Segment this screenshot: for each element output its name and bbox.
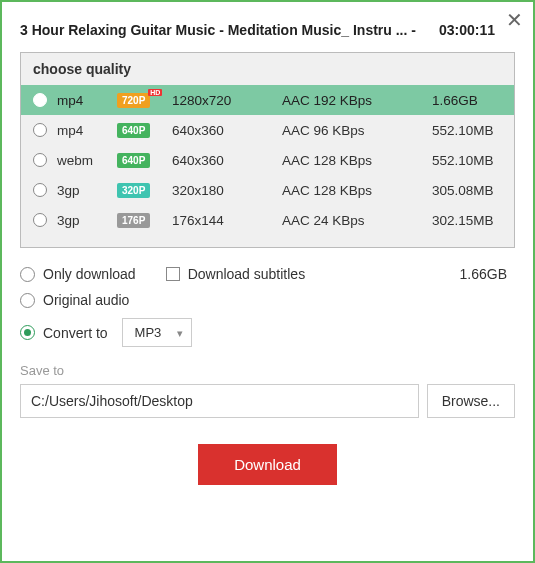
quality-badge-wrap: 720PHD: [117, 92, 172, 108]
download-dialog: ✕ 3 Hour Relaxing Guitar Music - Meditat…: [0, 0, 535, 563]
quality-format: 3gp: [57, 183, 117, 198]
quality-badge-wrap: 640P: [117, 152, 172, 168]
quality-codec: AAC 24 KBps: [282, 213, 432, 228]
quality-list: mp4720PHD1280x720AAC 192 KBps1.66GBmp464…: [21, 85, 514, 235]
convert-format-value: MP3: [135, 325, 162, 340]
quality-box: choose quality mp4720PHD1280x720AAC 192 …: [20, 52, 515, 248]
quality-radio[interactable]: [33, 123, 47, 137]
title-row: 3 Hour Relaxing Guitar Music - Meditatio…: [20, 22, 515, 38]
download-row: Download: [20, 444, 515, 485]
video-title: 3 Hour Relaxing Guitar Music - Meditatio…: [20, 22, 439, 38]
options-line-3: Convert to MP3 ▾: [20, 318, 515, 347]
resolution-badge: 320P: [117, 183, 150, 198]
quality-radio[interactable]: [33, 93, 47, 107]
chevron-down-icon: ▾: [177, 326, 183, 339]
quality-resolution: 640x360: [172, 123, 282, 138]
quality-badge-wrap: 176P: [117, 212, 172, 228]
convert-format-select[interactable]: MP3 ▾: [122, 318, 193, 347]
original-audio-label: Original audio: [43, 292, 129, 308]
quality-radio[interactable]: [33, 213, 47, 227]
options-panel: Only download Download subtitles 1.66GB …: [20, 266, 515, 347]
quality-badge-wrap: 640P: [117, 122, 172, 138]
quality-resolution: 176x144: [172, 213, 282, 228]
download-subtitles-label: Download subtitles: [188, 266, 306, 282]
quality-size: 1.66GB: [432, 93, 502, 108]
selected-size: 1.66GB: [460, 266, 507, 282]
quality-codec: AAC 192 KBps: [282, 93, 432, 108]
only-download-radio[interactable]: [20, 267, 35, 282]
options-line-2: Original audio: [20, 292, 515, 308]
convert-to-label: Convert to: [43, 325, 108, 341]
quality-radio[interactable]: [33, 183, 47, 197]
original-audio-radio[interactable]: [20, 293, 35, 308]
only-download-label: Only download: [43, 266, 136, 282]
convert-to-radio[interactable]: [20, 325, 35, 340]
download-button[interactable]: Download: [198, 444, 337, 485]
quality-row[interactable]: 3gp320P320x180AAC 128 KBps305.08MB: [21, 175, 514, 205]
download-subtitles-checkbox[interactable]: [166, 267, 180, 281]
quality-codec: AAC 128 KBps: [282, 183, 432, 198]
quality-format: 3gp: [57, 213, 117, 228]
quality-header: choose quality: [21, 61, 514, 85]
quality-resolution: 320x180: [172, 183, 282, 198]
save-path-input[interactable]: [20, 384, 419, 418]
close-icon[interactable]: ✕: [506, 10, 523, 30]
resolution-badge: 720PHD: [117, 93, 150, 108]
quality-row[interactable]: mp4720PHD1280x720AAC 192 KBps1.66GB: [21, 85, 514, 115]
quality-badge-wrap: 320P: [117, 182, 172, 198]
save-path-row: Browse...: [20, 384, 515, 418]
video-duration: 03:00:11: [439, 22, 495, 38]
quality-size: 302.15MB: [432, 213, 502, 228]
quality-size: 552.10MB: [432, 123, 502, 138]
quality-row[interactable]: mp4640P640x360AAC 96 KBps552.10MB: [21, 115, 514, 145]
resolution-badge: 640P: [117, 123, 150, 138]
hd-icon: HD: [148, 89, 162, 96]
quality-radio[interactable]: [33, 153, 47, 167]
options-line-1: Only download Download subtitles 1.66GB: [20, 266, 515, 282]
quality-format: webm: [57, 153, 117, 168]
browse-button[interactable]: Browse...: [427, 384, 515, 418]
resolution-badge: 176P: [117, 213, 150, 228]
save-to-label: Save to: [20, 363, 515, 378]
quality-resolution: 1280x720: [172, 93, 282, 108]
quality-codec: AAC 96 KBps: [282, 123, 432, 138]
quality-format: mp4: [57, 123, 117, 138]
quality-row[interactable]: 3gp176P176x144AAC 24 KBps302.15MB: [21, 205, 514, 235]
quality-size: 305.08MB: [432, 183, 502, 198]
quality-format: mp4: [57, 93, 117, 108]
quality-resolution: 640x360: [172, 153, 282, 168]
quality-codec: AAC 128 KBps: [282, 153, 432, 168]
quality-size: 552.10MB: [432, 153, 502, 168]
quality-row[interactable]: webm640P640x360AAC 128 KBps552.10MB: [21, 145, 514, 175]
resolution-badge: 640P: [117, 153, 150, 168]
